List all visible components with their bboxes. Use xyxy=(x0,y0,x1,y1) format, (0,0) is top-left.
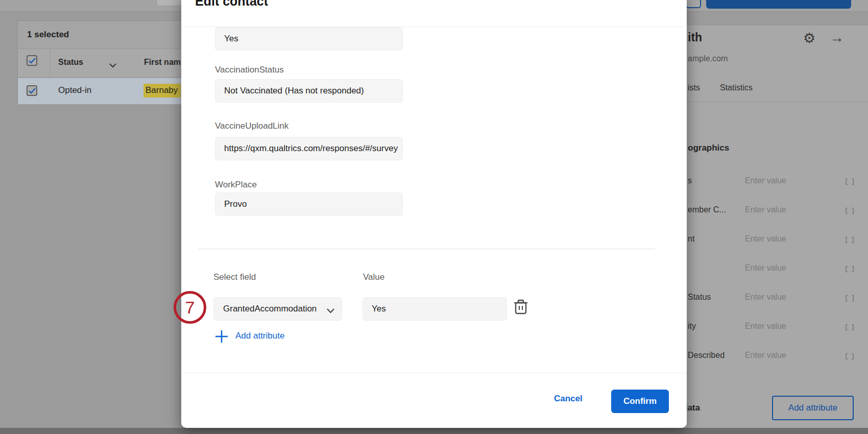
contact-name-fragment: ith xyxy=(688,31,702,44)
attribute-value-field[interactable]: Enter value xyxy=(745,293,786,302)
chevron-down-icon xyxy=(327,306,334,316)
field-value: Yes xyxy=(224,34,238,44)
row-status-value: Opted-in xyxy=(58,85,91,95)
attribute-value-field[interactable]: Enter value xyxy=(745,176,786,185)
field-label: VaccinationStatus xyxy=(215,65,284,75)
attribute-label: Status xyxy=(688,293,711,302)
value-input-text: Yes xyxy=(372,304,386,314)
edit-contact-modal: Edit contact Yes VaccinationStatus Not V… xyxy=(181,0,687,428)
value-label: Value xyxy=(363,272,384,282)
column-header-status[interactable]: Status xyxy=(58,58,83,67)
panel-add-attribute-button[interactable]: Add attribute xyxy=(772,396,854,420)
field-input[interactable]: Yes xyxy=(215,27,403,51)
attribute-value-field[interactable]: Enter value xyxy=(745,351,786,360)
attribute-value-field[interactable]: Enter value xyxy=(745,205,786,214)
field-input[interactable]: Not Vaccinated (Has not responded) xyxy=(215,79,403,103)
add-attribute-label: Add attribute xyxy=(235,331,284,341)
tab-statistics[interactable]: Statistics xyxy=(720,83,753,92)
attribute-label: ember C... xyxy=(688,205,726,214)
brackets-icon[interactable]: [ ] xyxy=(845,294,855,302)
plus-icon xyxy=(215,330,228,345)
select-field-label: Select field xyxy=(213,272,256,282)
arrow-right-icon[interactable]: → xyxy=(830,31,844,45)
bottom-page-edge xyxy=(0,428,868,434)
attribute-label: ity xyxy=(688,322,696,331)
chevron-down-icon[interactable] xyxy=(109,61,116,70)
confirm-button[interactable]: Confirm xyxy=(611,390,669,413)
row-checkbox[interactable] xyxy=(27,85,37,96)
select-field-dropdown[interactable]: GrantedAccommodation xyxy=(213,297,342,321)
brackets-icon[interactable]: [ ] xyxy=(845,323,855,331)
dropdown-selected-value: GrantedAccommodation xyxy=(223,304,317,314)
attribute-label: nt xyxy=(688,234,694,244)
table-row[interactable]: Opted-in Barnaby xyxy=(18,78,184,104)
field-value: Provo xyxy=(224,199,247,209)
tab-bar-divider xyxy=(687,102,868,102)
value-input[interactable]: Yes xyxy=(363,297,507,321)
section-divider xyxy=(198,249,655,249)
modal-footer-divider xyxy=(181,373,687,373)
cancel-button[interactable]: Cancel xyxy=(554,394,583,404)
partial-secondary-button[interactable] xyxy=(686,0,701,8)
brackets-icon[interactable]: [ ] xyxy=(845,265,855,273)
field-value: https://qxm.qualtrics.com/responses/#/su… xyxy=(224,143,398,154)
section-demographics-fragment: ographics xyxy=(688,143,729,153)
attribute-value-field[interactable]: Enter value xyxy=(745,234,786,244)
field-input[interactable]: Provo xyxy=(215,192,403,216)
attribute-value-field[interactable]: Enter value xyxy=(745,263,786,273)
partial-toolbar-button xyxy=(156,0,182,6)
selected-count: 1 selected xyxy=(27,30,69,40)
brackets-icon[interactable]: [ ] xyxy=(845,178,855,185)
annotation-number: 7 xyxy=(185,298,195,318)
field-input[interactable]: https://qxm.qualtrics.com/responses/#/su… xyxy=(215,137,403,160)
contacts-table: 1 selected Status First nam Opted-in Bar… xyxy=(17,20,184,104)
tab-lists-fragment[interactable]: ists xyxy=(688,83,700,92)
field-value: Not Vaccinated (Has not responded) xyxy=(224,86,364,96)
brackets-icon[interactable]: [ ] xyxy=(845,207,855,214)
column-header-first-name[interactable]: First nam xyxy=(144,58,181,67)
brackets-icon[interactable]: [ ] xyxy=(845,352,855,360)
row-first-name-highlighted: Barnaby xyxy=(143,84,181,98)
attribute-label: Described xyxy=(688,351,725,360)
attribute-label: s xyxy=(688,176,692,185)
brackets-icon[interactable]: [ ] xyxy=(845,236,855,244)
screen: 1 selected Status First nam Opted-in Bar… xyxy=(0,0,868,434)
partial-primary-button[interactable] xyxy=(706,0,851,9)
annotation-circle-7: 7 xyxy=(174,291,206,324)
gear-icon[interactable]: ⚙ xyxy=(803,32,815,45)
select-all-checkbox[interactable] xyxy=(27,55,37,66)
attribute-value-field[interactable]: Enter value xyxy=(745,322,786,331)
trash-icon[interactable] xyxy=(514,299,528,315)
field-label: WorkPlace xyxy=(215,180,257,190)
contact-email-fragment: ample.com xyxy=(688,54,728,63)
modal-title: Edit contact xyxy=(195,0,268,9)
selection-toolbar: 1 selected xyxy=(18,21,184,49)
field-label: VaccineUploadLink xyxy=(215,121,288,131)
